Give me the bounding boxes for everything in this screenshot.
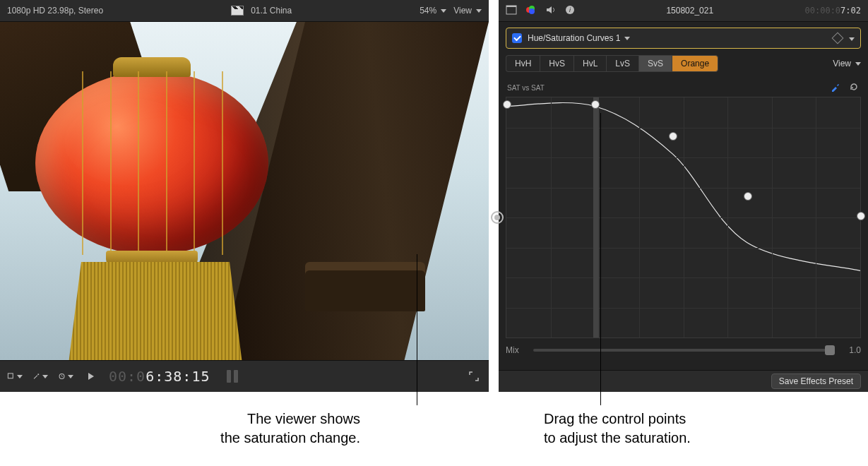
tab-hvl[interactable]: HvL <box>573 55 606 72</box>
svg-point-7 <box>529 8 535 14</box>
eyedropper-icon[interactable] <box>830 81 841 94</box>
inspector-clip-name: 150802_021 <box>583 6 797 16</box>
zoom-dropdown[interactable]: 54% <box>420 6 446 16</box>
effect-enable-checkbox[interactable] <box>512 33 522 43</box>
enhance-tool-icon[interactable] <box>32 369 48 384</box>
viewer-panel: 1080p HD 23.98p, Stereo 01.1 China 54% V… <box>0 0 489 392</box>
mix-slider-thumb[interactable] <box>825 345 835 355</box>
effect-name-dropdown[interactable]: Hue/Saturation Curves 1 <box>528 33 630 43</box>
reset-icon[interactable] <box>848 81 860 94</box>
svg-rect-4 <box>506 6 516 7</box>
play-button[interactable] <box>83 369 99 384</box>
tab-hvh[interactable]: HvH <box>506 55 540 72</box>
inspector-footer: Save Effects Preset <box>499 370 868 392</box>
inspector-view-menu[interactable]: View <box>833 59 861 68</box>
effect-header[interactable]: Hue/Saturation Curves 1 <box>506 28 861 49</box>
inspector-header: i 150802_021 00:00:07:02 <box>499 0 868 22</box>
color-inspector-icon[interactable] <box>525 5 537 17</box>
control-point[interactable] <box>503 100 511 109</box>
origin-marker-icon <box>491 211 504 224</box>
clapper-icon <box>231 6 244 16</box>
curve-grid[interactable] <box>506 97 861 338</box>
svg-rect-0 <box>8 374 13 378</box>
svg-point-1 <box>37 374 39 375</box>
clip-title: 01.1 China <box>251 6 292 16</box>
mix-slider[interactable] <box>533 349 836 352</box>
curve-tabs: HvH HvS HvL LvS SvS Orange View <box>506 54 861 73</box>
tab-svs[interactable]: SvS <box>638 55 672 72</box>
control-point[interactable] <box>857 212 865 220</box>
tab-orange[interactable]: Orange <box>672 55 718 72</box>
keyframe-icon[interactable] <box>832 32 844 44</box>
view-menu[interactable]: View <box>453 6 482 16</box>
callout-left: The viewer showsthe saturation change. <box>148 410 360 448</box>
curve-title: SAT vs SAT <box>507 84 545 92</box>
save-effects-preset-button[interactable]: Save Effects Preset <box>771 374 861 389</box>
viewer-canvas[interactable] <box>0 22 489 360</box>
video-inspector-icon[interactable] <box>506 5 517 17</box>
audio-inspector-icon[interactable] <box>545 5 557 17</box>
viewer-timecode[interactable]: 00:06:38:15 <box>109 368 210 385</box>
callout-right: Drag the control pointsto adjust the sat… <box>544 410 770 448</box>
viewer-toolbar: 1080p HD 23.98p, Stereo 01.1 China 54% V… <box>0 0 489 22</box>
curve-editor: SAT vs SAT <box>506 78 861 338</box>
inspector-timecode: 00:00:07:02 <box>805 6 861 16</box>
crop-tool-icon[interactable] <box>7 369 23 384</box>
viewer-transport: 00:06:38:15 <box>0 360 489 392</box>
audio-meters <box>227 370 238 383</box>
effect-menu-chevron-icon[interactable] <box>848 33 855 43</box>
fullscreen-icon[interactable] <box>466 369 482 384</box>
retime-tool-icon[interactable] <box>58 369 73 384</box>
tab-hvs[interactable]: HvS <box>540 55 573 72</box>
control-point[interactable] <box>744 192 752 201</box>
preview-image <box>35 71 268 255</box>
info-inspector-icon[interactable]: i <box>565 5 575 17</box>
clip-format: 1080p HD 23.98p, Stereo <box>7 6 103 16</box>
color-inspector: i 150802_021 00:00:07:02 Hue/Saturation … <box>499 0 868 392</box>
control-point[interactable] <box>591 100 600 109</box>
tab-lvs[interactable]: LvS <box>606 55 638 72</box>
